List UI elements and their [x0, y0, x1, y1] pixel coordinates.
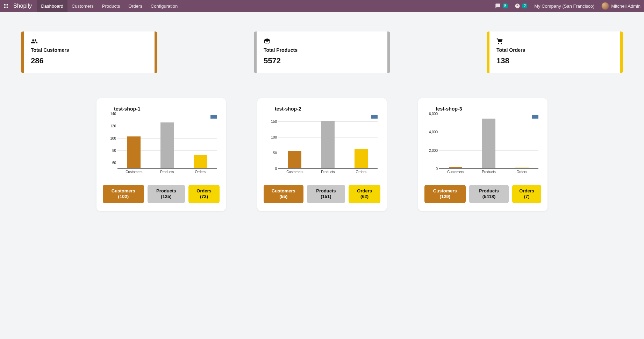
summary-title: Total Orders — [496, 47, 614, 53]
nav-orders[interactable]: Orders — [124, 0, 146, 12]
chart-card: test-shop-2050100150CustomersProductsOrd… — [257, 98, 387, 211]
chart-plot — [439, 114, 538, 169]
y-tick: 50 — [264, 151, 277, 155]
summary-value: 138 — [496, 56, 614, 65]
chart-plot — [117, 114, 217, 169]
chart-bar — [288, 151, 301, 168]
clock-icon — [515, 3, 520, 9]
users-icon — [31, 38, 38, 45]
x-label: Orders — [505, 170, 538, 175]
chart-bar — [194, 155, 207, 168]
messages-badge: 5 — [503, 3, 508, 8]
customers-button[interactable]: Customers (102) — [103, 185, 144, 203]
chart-card: test-shop-302,0004,0006,000CustomersProd… — [418, 98, 548, 211]
x-label: Customers — [278, 170, 312, 175]
y-tick: 140 — [103, 112, 116, 116]
company-selector[interactable]: My Company (San Francisco) — [531, 0, 598, 12]
orders-button[interactable]: Orders (72) — [188, 185, 220, 203]
charts-row: test-shop-16080100120140CustomersProduct… — [21, 98, 623, 211]
y-tick: 4,000 — [424, 130, 438, 134]
chart-plot — [278, 114, 378, 169]
x-axis: CustomersProductsOrders — [439, 170, 538, 175]
x-label: Customers — [439, 170, 472, 175]
card-edge — [487, 31, 489, 73]
y-tick: 120 — [103, 124, 116, 128]
customers-button[interactable]: Customers (55) — [264, 185, 303, 203]
chart-bar — [160, 122, 174, 168]
gridline — [117, 114, 217, 114]
summary-products: Total Products 5572 — [254, 31, 390, 73]
orders-button[interactable]: Orders (7) — [512, 185, 541, 203]
y-tick: 150 — [264, 120, 277, 123]
y-tick: 2,000 — [424, 148, 438, 152]
x-axis: CustomersProductsOrders — [117, 170, 217, 175]
apps-icon — [3, 3, 9, 9]
x-label: Products — [312, 170, 345, 175]
card-edge — [620, 31, 623, 73]
orders-button[interactable]: Orders (62) — [349, 185, 380, 203]
topbar-right: 5 2 My Company (San Francisco) Mitchell … — [492, 0, 644, 12]
chart-title: test-shop-3 — [424, 106, 541, 112]
main-nav: Dashboard Customers Products Orders Conf… — [37, 0, 182, 12]
activities-badge: 2 — [522, 3, 527, 8]
user-name: Mitchell Admin — [611, 3, 641, 9]
summary-orders: Total Orders 138 — [487, 31, 623, 73]
gridline — [439, 169, 538, 169]
messages-button[interactable]: 5 — [492, 0, 511, 12]
card-edge — [387, 31, 390, 73]
summary-row: Total Customers 286 Total Products 5572 … — [21, 31, 623, 73]
chart-bar — [321, 121, 335, 168]
avatar — [601, 2, 609, 10]
x-label: Products — [151, 170, 184, 175]
chart-bar — [515, 168, 529, 168]
chart-title: test-shop-2 — [264, 106, 380, 112]
nav-dashboard[interactable]: Dashboard — [37, 0, 67, 12]
brand[interactable]: Shopify — [12, 0, 37, 12]
chart-area: 6080100120140CustomersProductsOrders — [103, 114, 220, 175]
summary-value: 286 — [31, 56, 148, 65]
x-label: Products — [472, 170, 506, 175]
products-button[interactable]: Products (5418) — [469, 185, 509, 203]
chart-buttons: Customers (55)Products (151)Orders (62) — [264, 185, 380, 203]
y-tick: 100 — [264, 135, 277, 139]
dashboard-content: Total Customers 286 Total Products 5572 … — [0, 12, 644, 231]
x-axis: CustomersProductsOrders — [278, 170, 378, 175]
nav-configuration[interactable]: Configuration — [146, 0, 182, 12]
summary-customers: Total Customers 286 — [21, 31, 157, 73]
chart-area: 02,0004,0006,000CustomersProductsOrders — [424, 114, 541, 175]
nav-products[interactable]: Products — [98, 0, 124, 12]
cart-icon — [496, 38, 503, 45]
chart-bar — [127, 136, 141, 168]
gridline — [278, 169, 378, 169]
y-tick: 0 — [424, 167, 438, 171]
card-edge — [21, 31, 24, 73]
x-label: Orders — [184, 170, 217, 175]
summary-title: Total Customers — [31, 47, 148, 53]
products-button[interactable]: Products (151) — [307, 185, 345, 203]
products-button[interactable]: Products (125) — [148, 185, 185, 203]
x-label: Customers — [117, 170, 151, 175]
card-edge — [254, 31, 257, 73]
gridline — [439, 114, 538, 114]
summary-title: Total Products — [264, 47, 381, 53]
card-edge — [155, 31, 157, 73]
y-tick: 80 — [103, 148, 116, 152]
chart-bar — [449, 167, 462, 168]
summary-value: 5572 — [264, 56, 381, 65]
chart-card: test-shop-16080100120140CustomersProduct… — [96, 98, 226, 211]
chart-bar — [482, 119, 495, 168]
user-menu[interactable]: Mitchell Admin — [598, 0, 644, 12]
customers-button[interactable]: Customers (129) — [424, 185, 466, 203]
apps-button[interactable] — [0, 0, 12, 12]
y-tick: 60 — [103, 161, 116, 164]
nav-customers[interactable]: Customers — [67, 0, 98, 12]
topbar: Shopify Dashboard Customers Products Ord… — [0, 0, 644, 12]
y-tick: 100 — [103, 136, 116, 140]
chart-bar — [355, 149, 368, 168]
chart-area: 050100150CustomersProductsOrders — [264, 114, 380, 175]
activities-button[interactable]: 2 — [511, 0, 531, 12]
x-label: Orders — [344, 170, 378, 175]
y-tick: 0 — [264, 167, 277, 171]
chart-title: test-shop-1 — [103, 106, 220, 112]
y-tick: 6,000 — [424, 112, 438, 116]
